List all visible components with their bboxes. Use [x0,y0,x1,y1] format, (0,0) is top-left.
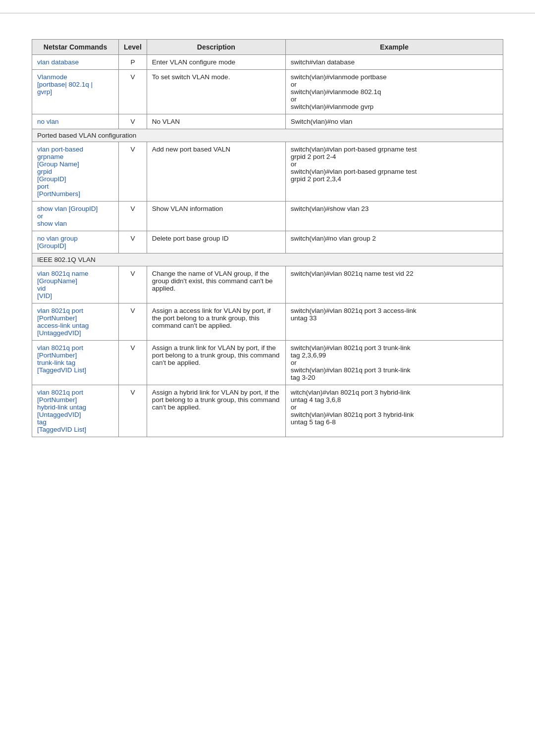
level-cell: V [119,385,147,437]
page-header [0,0,535,13]
table-row: vlan 8021q port[PortNumber]hybrid-link u… [32,385,503,437]
example-cell: witch(vlan)#vlan 8021q port 3 hybrid-lin… [285,385,503,437]
command-cell: no vlan group[GroupID] [32,231,119,253]
table-header-row: Netstar Commands Level Description Examp… [32,40,503,55]
table-row: vlan 8021q port[PortNumber]trunk-link ta… [32,341,503,385]
section-row: IEEE 802.1Q VLAN [32,253,503,266]
command-cell: vlan 8021q name[GroupName]vid[VID] [32,266,119,303]
example-cell: switch(vlan)#vlan 8021q name test vid 22 [285,266,503,303]
command-cell: Vlanmode[portbase| 802.1q |gvrp] [32,70,119,114]
command-cell: vlan 8021q port[PortNumber]access-link u… [32,303,119,341]
level-cell: P [119,55,147,70]
table-row: no vlan group[GroupID]VDelete port base … [32,231,503,253]
level-cell: V [119,341,147,385]
example-cell: switch(vlan)#vlan 8021q port 3 access-li… [285,303,503,341]
level-cell: V [119,202,147,231]
command-cell: no vlan [32,114,119,129]
command-cell: vlan database [32,55,119,70]
description-cell: To set switch VLAN mode. [147,70,285,114]
section-label: IEEE 802.1Q VLAN [32,253,503,266]
col-header-description: Description [147,40,285,55]
command-cell: vlan port-basedgrpname[Group Name]grpid[… [32,142,119,202]
description-cell: Assign a trunk link for VLAN by port, if… [147,341,285,385]
table-row: vlan 8021q name[GroupName]vid[VID]VChang… [32,266,503,303]
level-cell: V [119,114,147,129]
example-cell: switch#vlan database [285,55,503,70]
table-row: vlan databasePEnter VLAN configure modes… [32,55,503,70]
table-row: Vlanmode[portbase| 802.1q |gvrp]VTo set … [32,70,503,114]
col-header-example: Example [285,40,503,55]
table-row: vlan 8021q port[PortNumber]access-link u… [32,303,503,341]
example-cell: switch(vlan)#no vlan group 2 [285,231,503,253]
description-cell: Change the name of VLAN group, if the gr… [147,266,285,303]
table-row: show vlan [GroupID]orshow vlanVShow VLAN… [32,202,503,231]
page-content: Netstar Commands Level Description Examp… [0,13,535,461]
section-row: Ported based VLAN configuration [32,129,503,142]
example-cell: Switch(vlan)#no vlan [285,114,503,129]
description-cell: Add new port based VALN [147,142,285,202]
example-cell: switch(vlan)#vlan port-based grpname tes… [285,142,503,202]
vlan-commands-table: Netstar Commands Level Description Examp… [32,39,503,437]
level-cell: V [119,266,147,303]
level-cell: V [119,70,147,114]
col-header-commands: Netstar Commands [32,40,119,55]
level-cell: V [119,142,147,202]
example-cell: switch(vlan)#show vlan 23 [285,202,503,231]
level-cell: V [119,231,147,253]
command-cell: vlan 8021q port[PortNumber]hybrid-link u… [32,385,119,437]
table-row: vlan port-basedgrpname[Group Name]grpid[… [32,142,503,202]
level-cell: V [119,303,147,341]
example-cell: switch(vlan)#vlan 8021q port 3 trunk-lin… [285,341,503,385]
description-cell: Show VLAN information [147,202,285,231]
section-label: Ported based VLAN configuration [32,129,503,142]
description-cell: Assign a access link for VLAN by port, i… [147,303,285,341]
description-cell: Enter VLAN configure mode [147,55,285,70]
command-cell: show vlan [GroupID]orshow vlan [32,202,119,231]
table-row: no vlanVNo VLANSwitch(vlan)#no vlan [32,114,503,129]
description-cell: Delete port base group ID [147,231,285,253]
command-cell: vlan 8021q port[PortNumber]trunk-link ta… [32,341,119,385]
example-cell: switch(vlan)#vlanmode portbaseorswitch(v… [285,70,503,114]
description-cell: Assign a hybrid link for VLAN by port, i… [147,385,285,437]
description-cell: No VLAN [147,114,285,129]
col-header-level: Level [119,40,147,55]
